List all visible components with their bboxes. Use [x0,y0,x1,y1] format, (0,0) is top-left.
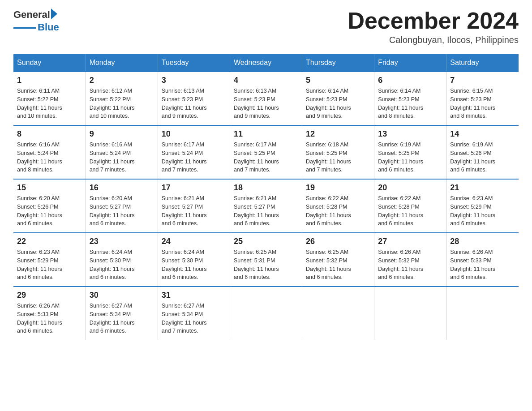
table-row: 12 Sunrise: 6:18 AM Sunset: 5:25 PM Dayl… [302,125,374,179]
day-info: Sunrise: 6:21 AM Sunset: 5:27 PM Dayligh… [162,194,226,228]
table-row: 24 Sunrise: 6:24 AM Sunset: 5:30 PM Dayl… [158,233,230,287]
day-number: 28 [450,237,515,246]
day-info: Sunrise: 6:24 AM Sunset: 5:30 PM Dayligh… [90,248,154,282]
calendar-week-row: 1 Sunrise: 6:11 AM Sunset: 5:22 PM Dayli… [13,72,519,125]
table-row [230,287,302,340]
day-info: Sunrise: 6:17 AM Sunset: 5:25 PM Dayligh… [234,141,298,174]
table-row: 6 Sunrise: 6:14 AM Sunset: 5:23 PM Dayli… [374,72,446,125]
day-number: 1 [17,76,82,85]
table-row: 13 Sunrise: 6:19 AM Sunset: 5:25 PM Dayl… [374,125,446,179]
calendar-header-row: Sunday Monday Tuesday Wednesday Thursday… [13,54,519,72]
col-sunday: Sunday [13,54,86,72]
day-number: 26 [306,237,370,246]
day-info: Sunrise: 6:22 AM Sunset: 5:28 PM Dayligh… [378,194,442,228]
table-row: 7 Sunrise: 6:15 AM Sunset: 5:23 PM Dayli… [446,72,519,125]
day-number: 7 [450,76,515,85]
day-number: 24 [162,237,226,246]
table-row: 22 Sunrise: 6:23 AM Sunset: 5:29 PM Dayl… [13,233,86,287]
day-info: Sunrise: 6:16 AM Sunset: 5:24 PM Dayligh… [90,141,154,174]
col-saturday: Saturday [446,54,519,72]
table-row: 11 Sunrise: 6:17 AM Sunset: 5:25 PM Dayl… [230,125,302,179]
day-number: 2 [90,76,154,85]
day-number: 25 [234,237,298,246]
day-number: 3 [162,76,226,85]
calendar-table: Sunday Monday Tuesday Wednesday Thursday… [13,54,519,340]
day-info: Sunrise: 6:15 AM Sunset: 5:23 PM Dayligh… [450,87,515,120]
title-area: December 2024 Calongbuyan, Ilocos, Phili… [348,9,519,45]
table-row: 17 Sunrise: 6:21 AM Sunset: 5:27 PM Dayl… [158,179,230,233]
col-thursday: Thursday [302,54,374,72]
day-number: 21 [450,183,515,193]
table-row [374,287,446,340]
day-info: Sunrise: 6:12 AM Sunset: 5:22 PM Dayligh… [90,87,154,120]
day-number: 15 [17,183,82,193]
day-info: Sunrise: 6:16 AM Sunset: 5:24 PM Dayligh… [17,141,82,174]
col-wednesday: Wednesday [230,54,302,72]
day-info: Sunrise: 6:23 AM Sunset: 5:29 PM Dayligh… [17,248,82,282]
day-info: Sunrise: 6:17 AM Sunset: 5:24 PM Dayligh… [162,141,226,174]
table-row: 19 Sunrise: 6:22 AM Sunset: 5:28 PM Dayl… [302,179,374,233]
table-row: 9 Sunrise: 6:16 AM Sunset: 5:24 PM Dayli… [86,125,158,179]
logo: General Blue [13,9,59,33]
day-number: 29 [17,291,82,300]
page-header: General Blue December 2024 Calongbuyan, … [13,9,519,45]
day-number: 19 [306,183,370,193]
table-row: 5 Sunrise: 6:14 AM Sunset: 5:23 PM Dayli… [302,72,374,125]
day-number: 14 [450,129,515,139]
day-info: Sunrise: 6:14 AM Sunset: 5:23 PM Dayligh… [306,87,370,120]
day-number: 5 [306,76,370,85]
table-row: 4 Sunrise: 6:13 AM Sunset: 5:23 PM Dayli… [230,72,302,125]
month-title: December 2024 [348,9,519,32]
table-row: 10 Sunrise: 6:17 AM Sunset: 5:24 PM Dayl… [158,125,230,179]
logo-general-text: General [13,9,50,21]
table-row: 28 Sunrise: 6:26 AM Sunset: 5:33 PM Dayl… [446,233,519,287]
table-row: 27 Sunrise: 6:26 AM Sunset: 5:32 PM Dayl… [374,233,446,287]
table-row: 21 Sunrise: 6:23 AM Sunset: 5:29 PM Dayl… [446,179,519,233]
day-info: Sunrise: 6:21 AM Sunset: 5:27 PM Dayligh… [234,194,298,228]
day-info: Sunrise: 6:19 AM Sunset: 5:25 PM Dayligh… [378,141,442,174]
table-row: 25 Sunrise: 6:25 AM Sunset: 5:31 PM Dayl… [230,233,302,287]
day-number: 23 [90,237,154,246]
table-row: 2 Sunrise: 6:12 AM Sunset: 5:22 PM Dayli… [86,72,158,125]
table-row: 1 Sunrise: 6:11 AM Sunset: 5:22 PM Dayli… [13,72,86,125]
table-row: 15 Sunrise: 6:20 AM Sunset: 5:26 PM Dayl… [13,179,86,233]
table-row: 23 Sunrise: 6:24 AM Sunset: 5:30 PM Dayl… [86,233,158,287]
day-number: 20 [378,183,442,193]
calendar-week-row: 22 Sunrise: 6:23 AM Sunset: 5:29 PM Dayl… [13,233,519,287]
day-info: Sunrise: 6:11 AM Sunset: 5:22 PM Dayligh… [17,87,82,120]
day-number: 4 [234,76,298,85]
day-info: Sunrise: 6:20 AM Sunset: 5:26 PM Dayligh… [17,194,82,228]
table-row: 26 Sunrise: 6:25 AM Sunset: 5:32 PM Dayl… [302,233,374,287]
table-row: 14 Sunrise: 6:19 AM Sunset: 5:26 PM Dayl… [446,125,519,179]
day-info: Sunrise: 6:20 AM Sunset: 5:27 PM Dayligh… [90,194,154,228]
day-number: 30 [90,291,154,300]
day-info: Sunrise: 6:26 AM Sunset: 5:33 PM Dayligh… [17,302,82,335]
day-info: Sunrise: 6:13 AM Sunset: 5:23 PM Dayligh… [234,87,298,120]
location-text: Calongbuyan, Ilocos, Philippines [348,35,519,45]
table-row: 20 Sunrise: 6:22 AM Sunset: 5:28 PM Dayl… [374,179,446,233]
day-number: 10 [162,129,226,139]
day-info: Sunrise: 6:26 AM Sunset: 5:33 PM Dayligh… [450,248,515,282]
day-number: 9 [90,129,154,139]
day-number: 31 [162,291,226,300]
day-info: Sunrise: 6:18 AM Sunset: 5:25 PM Dayligh… [306,141,370,174]
day-number: 13 [378,129,442,139]
day-info: Sunrise: 6:22 AM Sunset: 5:28 PM Dayligh… [306,194,370,228]
day-info: Sunrise: 6:25 AM Sunset: 5:31 PM Dayligh… [234,248,298,282]
table-row: 18 Sunrise: 6:21 AM Sunset: 5:27 PM Dayl… [230,179,302,233]
table-row [446,287,519,340]
day-number: 12 [306,129,370,139]
table-row [302,287,374,340]
day-info: Sunrise: 6:27 AM Sunset: 5:34 PM Dayligh… [90,302,154,335]
day-info: Sunrise: 6:25 AM Sunset: 5:32 PM Dayligh… [306,248,370,282]
day-number: 11 [234,129,298,139]
day-number: 8 [17,129,82,139]
day-info: Sunrise: 6:24 AM Sunset: 5:30 PM Dayligh… [162,248,226,282]
day-info: Sunrise: 6:26 AM Sunset: 5:32 PM Dayligh… [378,248,442,282]
calendar-week-row: 15 Sunrise: 6:20 AM Sunset: 5:26 PM Dayl… [13,179,519,233]
day-info: Sunrise: 6:14 AM Sunset: 5:23 PM Dayligh… [378,87,442,120]
table-row: 31 Sunrise: 6:27 AM Sunset: 5:34 PM Dayl… [158,287,230,340]
day-info: Sunrise: 6:23 AM Sunset: 5:29 PM Dayligh… [450,194,515,228]
day-number: 18 [234,183,298,193]
table-row: 3 Sunrise: 6:13 AM Sunset: 5:23 PM Dayli… [158,72,230,125]
